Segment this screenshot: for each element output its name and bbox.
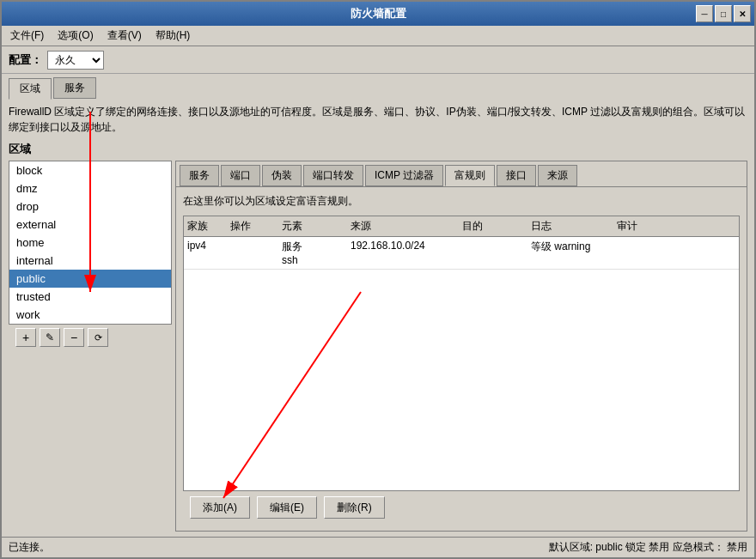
zone-work[interactable]: work bbox=[9, 306, 171, 324]
tab-service[interactable]: 服务 bbox=[53, 77, 96, 99]
zone-dmz[interactable]: dmz bbox=[9, 179, 171, 197]
refresh-zone-button[interactable]: ⟳ bbox=[88, 328, 108, 347]
action-button-row: 添加(A) 编辑(E) 删除(R) bbox=[183, 491, 740, 524]
col-header-source: 来源 bbox=[351, 219, 462, 234]
main-content: FirewallD 区域定义了绑定的网络连接、接口以及源地址的可信程度。区域是服… bbox=[2, 99, 754, 537]
zone-button-row: + ✎ − ⟳ bbox=[9, 325, 175, 350]
toolbar: 配置： 永久 运行时 bbox=[2, 46, 754, 74]
cell-log: 等级 warning bbox=[531, 240, 617, 266]
zone-section-label: 区域 bbox=[9, 142, 747, 157]
subtab-interfaces[interactable]: 接口 bbox=[497, 165, 536, 186]
menu-help[interactable]: 帮助(H) bbox=[150, 27, 196, 45]
main-tab-row: 区域 服务 bbox=[2, 74, 754, 99]
window-title: 防火墙配置 bbox=[351, 6, 406, 21]
status-left: 已连接。 bbox=[9, 540, 50, 555]
config-label: 配置： bbox=[9, 52, 42, 68]
status-right: 默认区域: public 锁定 禁用 应急模式： 禁用 bbox=[549, 540, 747, 555]
zone-home[interactable]: home bbox=[9, 234, 171, 252]
minimize-button[interactable]: ─ bbox=[696, 5, 713, 22]
rule-table: 家族 操作 元素 来源 目的 日志 审计 ipv4 bbox=[183, 216, 740, 491]
zone-drop[interactable]: drop bbox=[9, 197, 171, 216]
cell-audit bbox=[617, 240, 668, 266]
window-controls: ─ □ ✕ bbox=[696, 5, 751, 22]
cell-element: 服务 ssh bbox=[282, 240, 351, 266]
tab-zone[interactable]: 区域 bbox=[9, 78, 52, 100]
menu-bar: 文件(F) 选项(O) 查看(V) 帮助(H) bbox=[2, 26, 754, 46]
col-header-dest: 目的 bbox=[462, 219, 531, 234]
cell-family: ipv4 bbox=[187, 240, 230, 266]
menu-options[interactable]: 选项(O) bbox=[52, 27, 98, 45]
rule-description: 在这里你可以为区域设定富语言规则。 bbox=[183, 194, 740, 209]
zone-trusted[interactable]: trusted bbox=[9, 288, 171, 306]
cell-dest bbox=[462, 240, 531, 266]
subtab-richrules[interactable]: 富规则 bbox=[445, 165, 495, 186]
rule-content: 在这里你可以为区域设定富语言规则。 家族 操作 元素 来源 目的 日志 审计 bbox=[176, 187, 747, 531]
zone-list: block dmz drop external home internal pu… bbox=[9, 161, 172, 325]
col-header-action: 操作 bbox=[230, 219, 282, 234]
subtab-icmp[interactable]: ICMP 过滤器 bbox=[365, 165, 443, 186]
cell-source: 192.168.10.0/24 bbox=[351, 240, 462, 266]
close-button[interactable]: ✕ bbox=[734, 5, 751, 22]
cell-action bbox=[230, 240, 282, 266]
edit-rule-button[interactable]: 编辑(E) bbox=[257, 496, 317, 519]
status-bar: 已连接。 默认区域: public 锁定 禁用 应急模式： 禁用 bbox=[2, 537, 754, 557]
config-dropdown[interactable]: 永久 运行时 bbox=[47, 51, 104, 70]
title-bar: 防火墙配置 ─ □ ✕ bbox=[2, 2, 754, 26]
zone-description: FirewallD 区域定义了绑定的网络连接、接口以及源地址的可信程度。区域是服… bbox=[9, 104, 747, 135]
add-zone-button[interactable]: + bbox=[15, 328, 36, 347]
remove-zone-button[interactable]: − bbox=[64, 328, 84, 347]
zone-internal[interactable]: internal bbox=[9, 252, 171, 270]
zone-block[interactable]: block bbox=[9, 161, 171, 179]
zone-public[interactable]: public bbox=[9, 270, 171, 288]
delete-rule-button[interactable]: 删除(R) bbox=[324, 496, 385, 519]
right-panel: 服务 端口 伪装 端口转发 ICMP 过滤器 富规则 接口 来源 在这里你可以为… bbox=[175, 161, 747, 532]
col-header-audit: 审计 bbox=[617, 219, 668, 234]
menu-view[interactable]: 查看(V) bbox=[102, 27, 147, 45]
subtab-services[interactable]: 服务 bbox=[180, 165, 219, 186]
col-header-family: 家族 bbox=[187, 219, 230, 234]
col-header-log: 日志 bbox=[531, 219, 617, 234]
col-header-element: 元素 bbox=[282, 219, 351, 234]
subtab-ports[interactable]: 端口 bbox=[221, 165, 260, 186]
subtab-portfwd[interactable]: 端口转发 bbox=[303, 165, 363, 186]
add-rule-button[interactable]: 添加(A) bbox=[190, 496, 250, 519]
menu-file[interactable]: 文件(F) bbox=[5, 27, 49, 45]
edit-zone-button[interactable]: ✎ bbox=[40, 328, 60, 347]
subtab-sources[interactable]: 来源 bbox=[538, 165, 577, 186]
zone-external[interactable]: external bbox=[9, 216, 171, 234]
table-row[interactable]: ipv4 服务 ssh 192.168.10.0/24 等级 warning bbox=[184, 237, 739, 270]
content-area: block dmz drop external home internal pu… bbox=[9, 161, 747, 532]
table-header: 家族 操作 元素 来源 目的 日志 审计 bbox=[184, 216, 739, 237]
sub-tab-row: 服务 端口 伪装 端口转发 ICMP 过滤器 富规则 接口 来源 bbox=[176, 161, 747, 187]
subtab-masquerade[interactable]: 伪装 bbox=[262, 165, 302, 186]
maximize-button[interactable]: □ bbox=[715, 5, 732, 22]
